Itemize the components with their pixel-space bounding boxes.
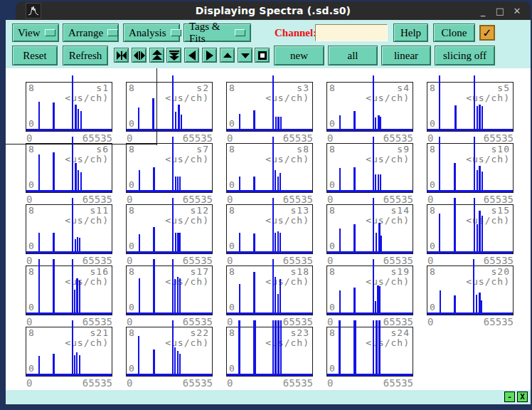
menu-analysis[interactable]: Analysis — [123, 23, 180, 42]
spectrum-peak — [474, 137, 475, 190]
spectrum-panel-s6[interactable]: 8s6<us/ch)0 — [26, 143, 112, 193]
spectrum-panel-s23[interactable]: 8s23<us/ch)0 — [226, 327, 313, 377]
refresh-button-label: Refresh — [69, 50, 102, 62]
spectrum-peak — [38, 154, 40, 190]
slicing-button[interactable]: slicing off — [435, 46, 495, 65]
spectrum-peak — [353, 320, 356, 374]
spectrum-peak — [253, 272, 255, 312]
spectrum-panel-s19[interactable]: 8s19<us/ch)0 — [326, 266, 413, 315]
spectrum-peak — [139, 234, 140, 251]
double-up-nav-button[interactable] — [149, 48, 164, 63]
up-nav-button[interactable] — [220, 48, 235, 63]
spectrum-panel-s20[interactable]: 8s20<us/ch)0 — [427, 266, 514, 315]
spectrum-peak — [275, 117, 277, 129]
spectrum-panel-s4[interactable]: 8s4<us/ch)0 — [326, 82, 413, 132]
spectrum-panel-s11[interactable]: 8s11<us/ch)0 — [26, 204, 112, 254]
spectrum-panel-s3[interactable]: 8s3<us/ch)0 — [226, 82, 313, 132]
spectrum-peak — [74, 290, 75, 312]
spectrum-panel-s5[interactable]: 8s5<us/ch)0 — [427, 82, 514, 132]
expand-horizontal-nav-button[interactable] — [132, 48, 147, 63]
left-nav-button[interactable] — [184, 48, 199, 63]
clone-button[interactable]: Clone — [433, 23, 475, 42]
x-min-label: 0 — [327, 316, 333, 327]
spectrum-panel-s17[interactable]: 8s17<us/ch)0 — [126, 266, 213, 315]
maximize-icon[interactable]: □ — [494, 4, 506, 17]
collapse-horizontal-nav-button[interactable] — [114, 48, 129, 63]
x-min-label: 0 — [227, 377, 233, 389]
spectrum-peak — [153, 349, 155, 374]
x-axis-labels: 065535 — [26, 377, 112, 388]
spectrum-peak — [172, 137, 174, 190]
spectrum-panel-s12[interactable]: 8s12<us/ch)0 — [126, 204, 213, 254]
spectrum-baseline — [427, 251, 513, 253]
menu-view[interactable]: View — [12, 23, 59, 42]
spectrum-panel-s15[interactable]: 8s15<us/ch)0 — [427, 204, 514, 254]
y-min-label: 0 — [229, 241, 235, 251]
menu-tags-fits[interactable]: Tags & Fits — [183, 23, 251, 42]
spectrum-panel-s1[interactable]: 8s1<us/ch)0 — [26, 82, 112, 132]
square-icon — [257, 50, 268, 61]
y-max-label: 8 — [229, 266, 235, 277]
spectrum-panel-s16[interactable]: 8s16<us/ch)0 — [26, 266, 112, 315]
toolbar-checkbox[interactable]: ✓ — [479, 25, 495, 41]
spectrum-peak — [376, 233, 377, 251]
spectrum-panel-s9[interactable]: 8s9<us/ch)0 — [326, 143, 413, 193]
spectrum-peak — [53, 152, 55, 190]
spectrum-name: s13 — [291, 205, 309, 216]
spectrum-panel-s7[interactable]: 8s7<us/ch)0 — [126, 143, 213, 193]
menu-arrange[interactable]: Arrange — [63, 23, 119, 42]
panel-minimize-button[interactable]: - — [504, 391, 515, 402]
spectrum-name: s8 — [297, 144, 309, 154]
panel-close-label: X — [520, 392, 525, 401]
down-nav-button[interactable] — [238, 48, 252, 63]
spectrum-panel-s24[interactable]: 8s24<us/ch)0 — [326, 327, 413, 377]
help-button[interactable]: Help — [393, 23, 428, 42]
y-min-label: 0 — [28, 302, 34, 312]
title-bar[interactable]: Displaying Spectra (.sd.s0) _ □ ✕ — [16, 1, 531, 20]
new-button[interactable]: new — [274, 46, 324, 65]
x-axis-labels: 065535 — [126, 377, 213, 388]
y-max-label: 8 — [28, 266, 34, 277]
spectrum-panel-s22[interactable]: 8s22<us/ch)0 — [126, 327, 213, 377]
expand-horizontal-icon — [134, 50, 145, 61]
close-icon[interactable]: ✕ — [511, 4, 523, 17]
x-min-label: 0 — [427, 132, 433, 144]
x-min-label: 0 — [327, 194, 333, 205]
panel-close-button[interactable]: X — [517, 391, 528, 402]
spectrum-panel-s21[interactable]: 8s21<us/ch)0 — [26, 327, 112, 377]
spectrum-peak — [277, 177, 279, 190]
spectrum-peak — [373, 320, 374, 374]
spectrum-panel-s10[interactable]: 8s10<us/ch)0 — [427, 143, 514, 193]
all-button[interactable]: all — [328, 46, 378, 65]
reset-button[interactable]: Reset — [12, 46, 58, 65]
double-down-nav-button[interactable] — [166, 48, 181, 63]
x-max-label: 65535 — [283, 316, 313, 327]
x-max-label: 65535 — [484, 316, 514, 327]
channel-input[interactable] — [315, 24, 388, 41]
x-axis-labels: 065535 — [226, 132, 313, 143]
spectrum-peak — [482, 106, 483, 129]
spectrum-peak — [72, 259, 73, 312]
x-max-label: 65535 — [383, 132, 413, 144]
spectrum-panel-s13[interactable]: 8s13<us/ch)0 — [226, 204, 313, 254]
spectrum-panel-s14[interactable]: 8s14<us/ch)0 — [326, 204, 413, 254]
spectrum-peak — [476, 295, 477, 312]
x-min-label: 0 — [227, 316, 233, 327]
spectrum-baseline — [227, 129, 312, 131]
refresh-button[interactable]: Refresh — [63, 46, 108, 65]
spectrum-panel-s2[interactable]: 8s2<us/ch)0 — [126, 82, 213, 132]
right-nav-button[interactable] — [202, 48, 217, 63]
linear-button[interactable]: linear — [381, 46, 431, 65]
spectrum-panel-s18[interactable]: 8s18<us/ch)0 — [226, 266, 313, 315]
square-nav-button[interactable] — [255, 48, 270, 63]
spectrum-peak — [175, 233, 176, 251]
menu-indicator-icon — [107, 29, 118, 36]
x-axis-labels: 065535 — [26, 194, 112, 204]
spectrum-peak — [275, 320, 277, 374]
spectrum-peak — [272, 198, 274, 251]
spectrum-name: s15 — [491, 205, 510, 216]
minimize-icon[interactable]: _ — [477, 4, 489, 17]
toolbar: View Arrange Analysis Tags & Fits Channe… — [6, 20, 531, 68]
spectrum-panel-s8[interactable]: 8s8<us/ch)0 — [226, 143, 313, 193]
spectrum-peak — [239, 177, 240, 190]
